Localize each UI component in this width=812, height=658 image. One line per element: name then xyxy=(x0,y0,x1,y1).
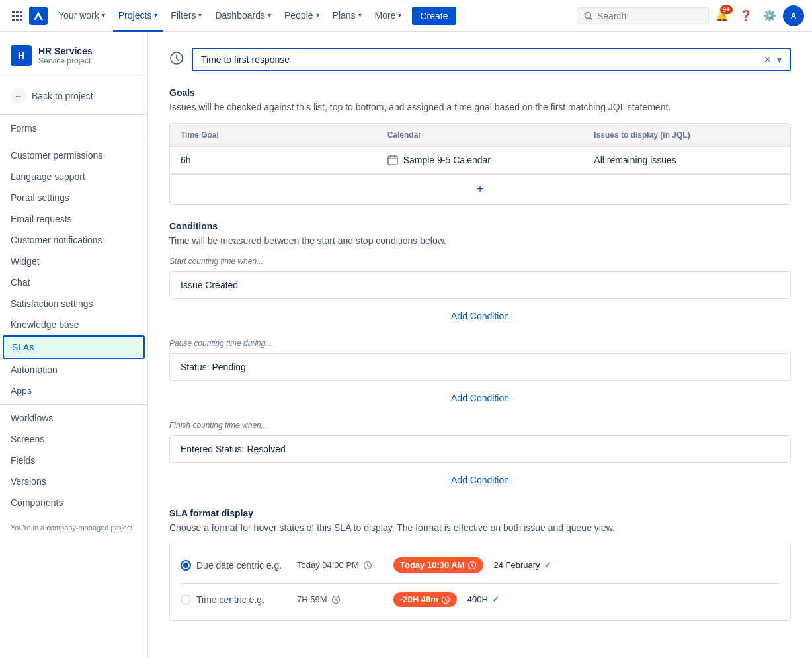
nav-filters[interactable]: Filters ▾ xyxy=(165,0,207,32)
sidebar-item-email-requests[interactable]: Email requests xyxy=(0,208,147,229)
back-icon: ← xyxy=(11,88,26,104)
col-calendar: Calendar xyxy=(377,124,584,146)
goals-table-header: Time Goal Calendar Issues to display (in… xyxy=(170,124,790,147)
sidebar-item-customer-notifications[interactable]: Customer notifications xyxy=(0,229,147,251)
sidebar-item-fields[interactable]: Fields xyxy=(0,450,147,471)
search-icon xyxy=(584,11,593,21)
cell-time-goal: 6h xyxy=(170,147,377,173)
svg-rect-8 xyxy=(20,19,22,21)
sidebar-item-apps[interactable]: Apps xyxy=(0,380,147,401)
nav-dashboards[interactable]: Dashboards ▾ xyxy=(210,0,276,32)
clock-small-icon xyxy=(331,595,341,604)
format-title: SLA format display xyxy=(169,508,791,518)
finish-condition-label: Finish counting time when... xyxy=(169,421,791,430)
clock-small-icon xyxy=(363,561,372,570)
goals-description: Issues will be checked against this list… xyxy=(169,102,791,112)
format-badge-time-completed: 400H ✓ xyxy=(467,595,499,604)
chevron-icon: ▾ xyxy=(102,11,105,19)
add-goal-button[interactable]: + xyxy=(170,174,790,204)
table-row[interactable]: 6h Sample 9-5 Calendar All remaining iss… xyxy=(170,147,790,174)
format-example-normal: Today 04:00 PM xyxy=(297,560,383,570)
search-input[interactable] xyxy=(597,11,690,21)
sidebar-item-customer-permissions[interactable]: Customer permissions xyxy=(0,145,147,166)
search-box[interactable] xyxy=(577,7,709,24)
finish-condition-box[interactable]: Entered Status: Resolved xyxy=(169,435,791,463)
radio-time-centric[interactable] xyxy=(181,595,191,605)
format-example-time-normal: 7H 59M xyxy=(297,595,383,604)
sidebar-item-knowledge-base[interactable]: Knowledge base xyxy=(0,314,147,335)
format-section: SLA format display Choose a format for h… xyxy=(169,508,791,621)
format-badge-overdue: Today 10:30 AM xyxy=(393,557,483,573)
check-icon: ✓ xyxy=(492,595,499,604)
sidebar-item-components[interactable]: Components xyxy=(0,492,147,513)
grid-icon[interactable] xyxy=(8,7,26,25)
sidebar-item-satisfaction-settings[interactable]: Satisfaction settings xyxy=(0,293,147,314)
svg-rect-2 xyxy=(20,11,22,13)
sidebar-divider xyxy=(0,142,147,142)
chevron-down-icon: ▾ xyxy=(777,54,782,65)
sidebar-divider xyxy=(0,114,147,115)
notifications-button[interactable]: 🔔 9+ xyxy=(711,5,733,26)
calendar-icon xyxy=(387,155,398,165)
conditions-section: Conditions Time will be measured between… xyxy=(169,221,791,492)
help-button[interactable]: ❓ xyxy=(735,5,756,26)
metric-dropdown[interactable]: Time to first response ✕ ▾ xyxy=(192,48,791,71)
sidebar: H HR Services Service project ← Back to … xyxy=(0,32,148,658)
app-logo[interactable] xyxy=(29,7,48,25)
chevron-icon: ▾ xyxy=(198,11,202,19)
sidebar-item-widget[interactable]: Widget xyxy=(0,251,147,272)
cell-calendar: Sample 9-5 Calendar xyxy=(377,147,584,173)
format-badge-time-overdue: -20H 46m xyxy=(393,592,457,607)
sidebar-item-chat[interactable]: Chat xyxy=(0,272,147,293)
metric-value: Time to first response xyxy=(201,54,290,65)
chevron-icon: ▾ xyxy=(358,11,362,19)
conditions-title: Conditions xyxy=(169,221,791,231)
format-option-time-centric[interactable]: Time centric e.g. 7H 59M -20H 46m 400H ✓ xyxy=(181,583,780,615)
metric-selector-row: Time to first response ✕ ▾ xyxy=(169,48,791,71)
conditions-description: Time will be measured between the start … xyxy=(169,235,791,246)
svg-rect-7 xyxy=(16,19,19,21)
settings-button[interactable]: ⚙️ xyxy=(759,5,780,26)
svg-rect-0 xyxy=(12,11,15,13)
sidebar-item-automation[interactable]: Automation xyxy=(0,359,147,380)
svg-rect-3 xyxy=(12,15,15,17)
svg-rect-11 xyxy=(388,156,397,165)
sidebar-item-slas[interactable]: SLAs xyxy=(3,335,145,359)
goals-table: Time Goal Calendar Issues to display (in… xyxy=(169,123,791,205)
sidebar-item-versions[interactable]: Versions xyxy=(0,471,147,492)
back-to-project-link[interactable]: ← Back to project xyxy=(0,83,147,109)
chevron-icon: ▾ xyxy=(398,11,401,19)
radio-due-date[interactable] xyxy=(181,560,191,571)
main-content: Time to first response ✕ ▾ Goals Issues … xyxy=(148,32,812,658)
nav-your-work[interactable]: Your work ▾ xyxy=(53,0,110,32)
footer-text: You're in a company-managed project xyxy=(0,513,147,542)
svg-rect-5 xyxy=(20,15,22,17)
pause-condition-box[interactable]: Status: Pending xyxy=(169,353,791,381)
format-description: Choose a format for hover states of this… xyxy=(169,522,791,533)
sidebar-item-portal-settings[interactable]: Portal settings xyxy=(0,187,147,208)
sidebar-item-language-support[interactable]: Language support xyxy=(0,166,147,187)
project-header: H HR Services Service project xyxy=(0,40,147,77)
create-button[interactable]: Create xyxy=(412,7,456,25)
start-condition-box[interactable]: Issue Created xyxy=(169,271,791,299)
chevron-icon: ▾ xyxy=(154,11,157,19)
top-navigation: Your work ▾ Projects ▾ Filters ▾ Dashboa… xyxy=(0,0,812,32)
cell-issues: All remaining issues xyxy=(583,147,790,173)
svg-rect-6 xyxy=(12,19,15,21)
nav-plans[interactable]: Plans ▾ xyxy=(327,0,367,32)
pause-add-condition-button[interactable]: Add Condition xyxy=(169,386,791,410)
nav-projects[interactable]: Projects ▾ xyxy=(113,0,163,32)
start-add-condition-button[interactable]: Add Condition xyxy=(169,304,791,328)
sidebar-item-screens[interactable]: Screens xyxy=(0,429,147,450)
finish-add-condition-button[interactable]: Add Condition xyxy=(169,468,791,492)
format-option-due-date[interactable]: Due date centric e.g. Today 04:00 PM Tod… xyxy=(181,550,780,581)
sidebar-item-forms[interactable]: Forms xyxy=(0,118,147,139)
nav-more[interactable]: More ▾ xyxy=(370,0,407,32)
pause-condition-label: Pause counting time during... xyxy=(169,339,791,348)
nav-people[interactable]: People ▾ xyxy=(279,0,325,32)
clear-icon[interactable]: ✕ xyxy=(764,54,772,65)
sidebar-item-workflows[interactable]: Workflows xyxy=(0,407,147,429)
project-name: HR Services xyxy=(38,46,93,56)
chevron-icon: ▾ xyxy=(268,11,271,19)
avatar[interactable]: A xyxy=(783,5,804,26)
